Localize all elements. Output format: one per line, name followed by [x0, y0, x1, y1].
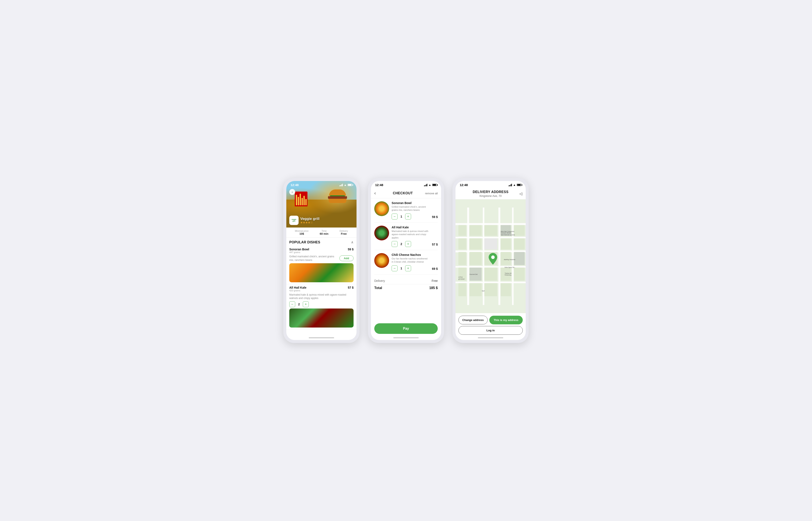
- qty-minus-kale[interactable]: −: [289, 301, 295, 307]
- svg-rect-21: [470, 252, 481, 265]
- checkout-item-name-2: All Hail Kale: [392, 226, 429, 229]
- navigation-arrow-icon[interactable]: ◁: [519, 191, 522, 196]
- dish-price-kale: 57 $: [348, 286, 354, 289]
- dish-item-kale: All Hail Kale 420 grams 57 $ Marinated k…: [286, 284, 357, 330]
- svg-rect-8: [498, 207, 500, 305]
- svg-rect-5: [455, 281, 526, 283]
- checkout-back-button[interactable]: ‹: [374, 190, 381, 196]
- restaurant-badge: veggie grill Veggie grill ★★★★☆: [289, 216, 319, 225]
- checkout-item-name-1: Sonoran Bowl: [392, 201, 429, 205]
- svg-text:Thelma Hill: Thelma Hill: [504, 273, 511, 274]
- checkout-item-desc-1: Grilled marinated chick'n, ancient grain…: [392, 205, 429, 212]
- svg-rect-16: [470, 238, 481, 250]
- svg-rect-15: [458, 238, 466, 250]
- checkout-item-1: Sonoran Bowl Grilled marinated chick'n, …: [374, 198, 438, 223]
- checkout-plus-3[interactable]: +: [405, 265, 411, 271]
- checkout-item-footer-1: − 1 +: [392, 213, 429, 220]
- svg-rect-9: [512, 207, 514, 305]
- restaurant-name: Veggie grill: [300, 217, 319, 221]
- delivery-row: Delivery Free: [374, 277, 438, 285]
- svg-text:Gym: Gym: [482, 290, 485, 292]
- svg-rect-33: [501, 283, 511, 296]
- checkout-minus-1[interactable]: −: [392, 213, 398, 220]
- svg-rect-1: [455, 223, 526, 225]
- checkout-item-footer-2: − 2 +: [392, 241, 429, 247]
- checkout-item-details-3: Chili Cheese Nachos Our fan favorite nac…: [392, 253, 429, 271]
- dish-grams-sonoran: 447 grams: [289, 251, 309, 253]
- svg-rect-27: [484, 268, 497, 280]
- svg-rect-20: [458, 252, 466, 265]
- home-indicator-1: [309, 337, 334, 338]
- delivery-label: Delivery: [340, 230, 348, 232]
- delivery-btn-row: Change address This is my address: [458, 316, 523, 324]
- svg-rect-19: [514, 238, 525, 250]
- phones-container: 12:48 ▲: [284, 178, 528, 343]
- checkout-item-3: Chili Cheese Nachos Our fan favorite nac…: [374, 250, 438, 274]
- phone-2: 12:48 ▲ ‹ CHECKOUT: [368, 178, 444, 343]
- dish-desc-kale: Marinated kale & quinoa mixed with agave…: [289, 293, 354, 300]
- svg-rect-10: [458, 225, 466, 236]
- status-icons-3: ▲: [509, 183, 521, 186]
- checkout-plus-1[interactable]: +: [405, 213, 411, 220]
- fries-visual: [295, 191, 308, 206]
- svg-text:gh School: gh School: [458, 278, 465, 280]
- checkout-minus-2[interactable]: −: [392, 241, 398, 247]
- checkout-qty-num-2: 2: [400, 242, 403, 246]
- checkout-item-img-1: [374, 201, 389, 216]
- total-label: Total: [374, 286, 382, 290]
- chevron-up-icon[interactable]: ∧: [351, 240, 354, 244]
- checkout-plus-2[interactable]: +: [405, 241, 411, 247]
- qty-plus-kale[interactable]: +: [303, 301, 309, 307]
- svg-rect-31: [470, 283, 481, 296]
- dish-desc-sonoran: Grilled marinated chick'n, ancient grain…: [289, 255, 339, 262]
- dish-item-sonoran: Sonoran Bowl 447 grams 59 $ Grilled mari…: [286, 246, 357, 284]
- delivery-info: Delivery Free: [340, 230, 348, 235]
- status-time-3: 12:48: [460, 183, 468, 187]
- svg-rect-18: [501, 238, 511, 250]
- add-button-sonoran[interactable]: Add: [339, 255, 354, 261]
- time-value: 60 min: [320, 232, 329, 235]
- svg-rect-28: [501, 268, 511, 280]
- svg-point-45: [491, 255, 495, 259]
- checkout-item-details-2: All Hail Kale Marinated kale & quinoa mi…: [392, 226, 429, 247]
- total-row: Total 185 $: [374, 285, 438, 292]
- battery-icon-3: [517, 184, 521, 186]
- change-address-button[interactable]: Change address: [458, 316, 488, 324]
- hero-image: 12:48 ▲: [286, 181, 357, 227]
- svg-rect-30: [458, 283, 466, 296]
- dish-name-sonoran: Sonoran Bowl: [289, 248, 309, 251]
- checkout-qty-3: − 1 +: [392, 265, 411, 271]
- checkout-content: Sonoran Bowl Grilled marinated chick'n, …: [371, 198, 441, 321]
- dish-price-sonoran: 59 $: [348, 248, 354, 251]
- svg-rect-2: [455, 237, 526, 238]
- svg-rect-11: [470, 225, 481, 236]
- burger-visual: [325, 187, 350, 208]
- checkout-qty-2: − 2 +: [392, 241, 411, 247]
- checkout-qty-1: − 1 +: [392, 213, 411, 220]
- dish-grams-kale: 420 grams: [289, 289, 307, 292]
- total-value: 185 $: [429, 286, 438, 290]
- restaurant-info-bar: Minimal price 10$ Time 60 min Delivery F…: [286, 227, 357, 237]
- svg-text:Outreach Ministry: Outreach Ministry: [501, 232, 512, 234]
- checkout-item-desc-3: Our fan favorite nachos smothered in 3-b…: [392, 257, 429, 264]
- restaurant-stars: ★★★★☆: [300, 221, 319, 224]
- svg-rect-14: [514, 225, 525, 236]
- map-container: More than Conquerors Outreach Ministry Х…: [455, 199, 526, 313]
- signal-icon-1: [339, 184, 343, 186]
- this-address-button[interactable]: This is my address: [489, 316, 523, 324]
- wifi-icon-1: ▲: [344, 183, 346, 186]
- svg-text:AldoRay Industries: AldoRay Industries: [504, 259, 515, 260]
- dish-image-kale: [289, 309, 354, 327]
- wifi-icon-3: ▲: [513, 183, 516, 186]
- qty-control-kale: − 2 +: [289, 301, 354, 307]
- checkout-qty-num-1: 1: [400, 215, 403, 218]
- svg-text:nt First: nt First: [458, 276, 463, 278]
- remove-all-button[interactable]: remove all: [425, 192, 438, 195]
- back-button-1[interactable]: ‹: [289, 189, 295, 195]
- status-bar-1: 12:48 ▲: [286, 181, 357, 188]
- pay-button[interactable]: Pay: [374, 323, 438, 334]
- login-button[interactable]: Log in: [458, 326, 523, 335]
- svg-rect-32: [484, 283, 497, 296]
- home-indicator-3: [478, 337, 503, 338]
- checkout-minus-3[interactable]: −: [392, 265, 398, 271]
